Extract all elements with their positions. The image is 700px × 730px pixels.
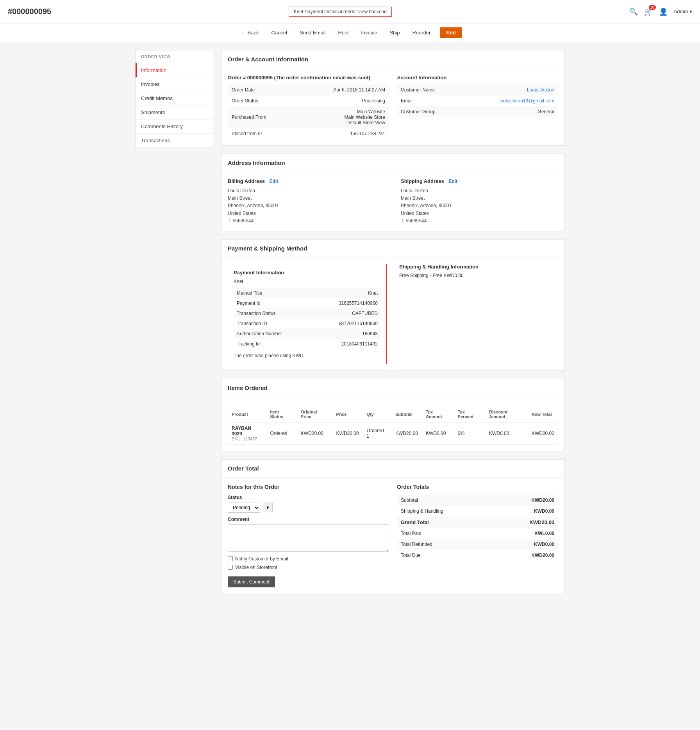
billing-edit-link[interactable]: Edit [270,179,279,184]
sidebar-item-transactions[interactable]: Transactions [136,134,213,148]
table-row: Customer Name Louis Dexton [397,84,558,95]
shipping-address-title: Shipping Address Edit [401,178,558,184]
address-section: Address Information Billing Address Edit… [221,154,565,231]
status-select[interactable]: Pending [228,503,260,513]
table-row: Payment Id 316255714140960 [234,298,381,308]
email-label: Email [397,95,462,106]
sidebar-item-invoices[interactable]: Invoices [136,77,213,91]
notify-row: Notify Customer by Email [228,556,389,562]
billing-address-title: Billing Address Edit [228,178,385,184]
product-sku: SKU: 123457 [232,437,262,441]
reorder-button[interactable]: Reorder [409,28,434,37]
sidebar-item-comments-history[interactable]: Comments History [136,120,213,134]
notify-checkbox[interactable] [228,556,233,561]
col-tax-amount: Tax Amount [422,406,454,422]
sidebar-item-information[interactable]: Information [136,63,213,77]
payment-note: The order was placed using KWD. [234,353,381,358]
customer-email-link[interactable]: louissexton13@gmail.com [500,98,554,104]
admin-dropdown[interactable]: Admin ▾ [674,9,692,14]
tracking-id-value: 20180406111432 [312,339,381,349]
action-bar: ← Back Cancel Send Email Hold Invoice Sh… [0,23,700,42]
customer-name-value: Louis Dexton [462,84,558,95]
billing-address: Billing Address Edit Louis DextonMain St… [228,178,385,225]
notifications-icon[interactable]: 🛒10 [644,7,653,16]
total-refunded-value: KWD0.00 [495,539,558,550]
sidebar: ORDER VIEW Information Invoices Credit M… [135,50,213,148]
table-row: Total Due KWD20.00 [397,550,558,561]
subtotal-cell: KWD20.00 [391,422,422,444]
header-right: 🔍 🛒10 👤 Admin ▾ [629,7,692,16]
product-cell: RAYBAN 3029 SKU: 123457 [228,422,266,444]
method-title-label: Method Title [234,288,312,298]
comment-textarea[interactable] [228,524,389,552]
hold-button[interactable]: Hold [335,28,352,37]
cancel-button[interactable]: Cancel [268,28,290,37]
billing-address-text: Louis DextonMain StreetPheonix, Arizona,… [228,187,385,225]
notes-section: Notes for this Order Status Pending ▾ Co… [228,484,389,587]
visible-checkbox[interactable] [228,565,233,570]
send-email-button[interactable]: Send Email [296,28,329,37]
shipping-address-text: Louis DextonMain StreetPheonix, Arizona,… [401,187,558,225]
table-row: Transaction ID 687702116140960 [234,318,381,329]
method-title-value: Knet [312,288,381,298]
total-due-label: Total Due [397,550,495,561]
table-row: Total Paid KWL0.00 [397,528,558,539]
table-row: Method Title Knet [234,288,381,298]
discount-amount-cell: KWD0.00 [485,422,528,444]
col-price: Price [332,406,363,422]
shipping-handling-value: KWD0.00 [495,506,558,517]
status-row: Pending ▾ [228,503,389,513]
notify-label: Notify Customer by Email [235,556,288,562]
shipping-address: Shipping Address Edit Louis DextonMain S… [401,178,558,225]
placed-from-ip-value: 156.107.238.231 [295,128,389,139]
order-totals-col: Order Totals Subtotal KWD20.00 Shipping … [397,484,558,587]
shipping-value: Free Shipping - Free KWD0.00 [399,273,558,278]
order-account-section: Order & Account Information Order # 0000… [221,50,565,146]
order-info-table: Order Date Apr 6, 2018 11:14:27 AM Order… [228,84,389,139]
transaction-status-label: Transaction Status [234,308,312,318]
payment-info-box: Payment Information Knet Method Title Kn… [228,264,387,364]
back-button[interactable]: ← Back [238,28,262,37]
ship-button[interactable]: Ship [386,28,403,37]
edit-button[interactable]: Edit [440,27,462,38]
col-item-status: Item Status [266,406,296,422]
items-ordered-section: Items Ordered Product Item Status Origin… [221,379,565,451]
status-dropdown-btn[interactable]: ▾ [263,503,273,512]
notes-title: Notes for this Order [228,484,389,490]
user-icon[interactable]: 👤 [659,7,668,16]
grand-total-value: KWD20.00 [495,517,558,528]
items-table: Product Item Status Original Price Price… [228,406,558,445]
order-date-label: Order Date [228,84,295,95]
table-row: Total Refunded KWD0.00 [397,539,558,550]
tracking-id-label: Tracking Id [234,339,312,349]
table-row: RAYBAN 3029 SKU: 123457 Ordered KWD20.00… [228,422,558,444]
account-info-table: Customer Name Louis Dexton Email louisse… [397,84,558,117]
search-icon[interactable]: 🔍 [629,7,638,16]
subtotal-label: Subtotal [397,495,495,506]
sidebar-item-shipments[interactable]: Shipments [136,106,213,120]
customer-name-link[interactable]: Louis Dexton [527,87,554,93]
table-row: Customer Group General [397,106,558,117]
col-tax-percent: Tax Percent [454,406,485,422]
price-cell: KWD20.00 [332,422,363,444]
order-total-section: Order Total Notes for this Order Status … [221,459,565,594]
address-title: Address Information [221,154,564,172]
qty-cell: Ordered 1 [363,422,391,444]
shipping-edit-link[interactable]: Edit [448,179,457,184]
total-paid-value: KWL0.00 [495,528,558,539]
subtotal-value: KWD20.00 [495,495,558,506]
totals-grid: Notes for this Order Status Pending ▾ Co… [221,478,564,594]
auth-number-value: 166943 [312,329,381,339]
visible-label: Visible on Storefront [235,565,277,570]
status-label: Status [228,495,389,500]
tax-percent-cell: 0% [454,422,485,444]
order-status-label: Order Status [228,95,295,106]
submit-comment-button[interactable]: Submit Comment [228,576,275,587]
col-row-total: Row Total [528,406,558,422]
sidebar-item-credit-memos[interactable]: Credit Memos [136,91,213,106]
invoice-button[interactable]: Invoice [358,28,380,37]
top-header: #000000095 Knet Payment Details in Order… [0,0,700,23]
sidebar-title: ORDER VIEW [136,50,213,63]
order-status-value: Processing [295,95,389,106]
items-table-body: RAYBAN 3029 SKU: 123457 Ordered KWD20.00… [228,422,558,444]
